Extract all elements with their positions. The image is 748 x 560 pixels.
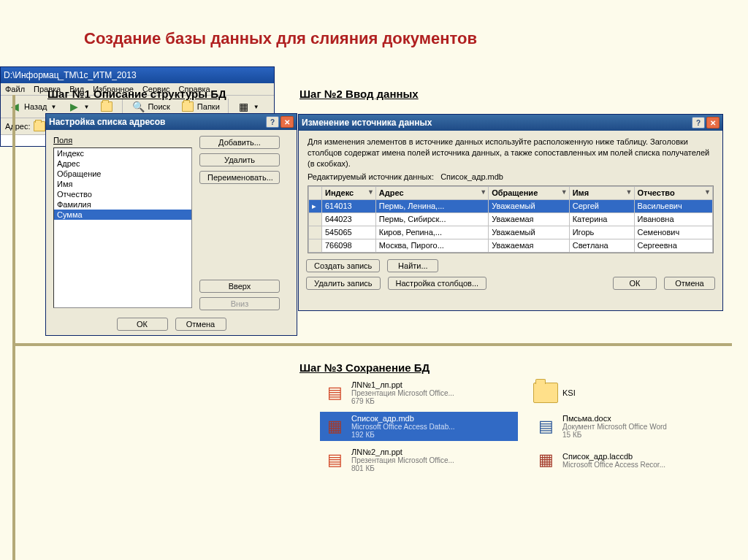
- help-icon[interactable]: ?: [692, 117, 705, 129]
- file-list: ▤ЛN№1_лп.pptПрезентация Microsoft Office…: [320, 378, 729, 475]
- list-item[interactable]: Обращение: [54, 169, 191, 179]
- title-text: Настройка списка адресов: [49, 117, 165, 127]
- help-icon[interactable]: ?: [266, 116, 279, 128]
- menu-item[interactable]: Файл: [5, 85, 25, 93]
- table-row[interactable]: ▸614013Пермь, Ленина,...УважаемыйСергейВ…: [309, 199, 713, 212]
- close-icon[interactable]: ✕: [280, 116, 294, 128]
- down-button[interactable]: Вниз: [199, 297, 280, 310]
- file-item[interactable]: ▤Пмсьма.docxДокумент Microsoft Office Wo…: [531, 412, 729, 441]
- source-label: Редактируемый источник данных:: [308, 172, 434, 181]
- new-record-button[interactable]: Создать запись: [306, 259, 380, 272]
- table-row[interactable]: 545065Киров, Репина,...УважаемыйИгорьСем…: [309, 226, 713, 239]
- views-icon: ▦: [237, 99, 251, 114]
- find-button[interactable]: Найти...: [387, 259, 438, 272]
- titlebar[interactable]: Изменение источника данных ? ✕: [299, 115, 722, 131]
- title-text: Изменение источника данных: [302, 118, 432, 128]
- page-title: Создание базы данных для слияния докумен…: [0, 0, 748, 66]
- titlebar[interactable]: Настройка списка адресов ? ✕: [46, 114, 297, 130]
- list-item[interactable]: Сумма: [54, 210, 191, 220]
- data-grid[interactable]: Индекс▼Адрес▼Обращение▼Имя▼Отчество▼▸614…: [308, 185, 714, 253]
- vertical-rule: [12, 95, 15, 560]
- list-item[interactable]: Имя: [54, 179, 191, 189]
- file-icon: ▦: [533, 448, 558, 472]
- close-icon[interactable]: ✕: [706, 117, 720, 129]
- cancel-button[interactable]: Отмена: [664, 277, 715, 290]
- source-line: Редактируемый источник данных: Список_ад…: [299, 172, 722, 184]
- rename-button[interactable]: Переименовать...: [199, 171, 280, 184]
- column-header[interactable]: Обращение▼: [489, 186, 570, 199]
- column-header[interactable]: Адрес▼: [375, 186, 488, 199]
- list-item[interactable]: Отчество: [54, 189, 191, 199]
- datasource-dialog: Изменение источника данных ? ✕ Для измен…: [298, 114, 723, 311]
- up-folder-icon: [99, 99, 114, 114]
- chevron-down-icon: ▼: [83, 104, 89, 110]
- list-item[interactable]: Фамилия: [54, 199, 191, 210]
- folders-icon: [180, 99, 195, 114]
- chevron-down-icon[interactable]: ▼: [561, 188, 568, 196]
- add-button[interactable]: Добавить...: [199, 136, 280, 149]
- chevron-down-icon[interactable]: ▼: [480, 188, 486, 196]
- file-icon: ▤: [322, 448, 347, 472]
- list-item[interactable]: Индекс: [54, 148, 191, 158]
- chevron-down-icon[interactable]: ▼: [626, 188, 633, 196]
- fields-listbox[interactable]: ИндексАдресОбращениеИмяОтчествоФамилияСу…: [53, 147, 192, 308]
- chevron-down-icon[interactable]: ▼: [704, 188, 711, 196]
- title-text: D:\Информац_ТМ\1с_ИТМ_2013: [4, 70, 137, 80]
- column-header[interactable]: Имя▼: [569, 186, 634, 199]
- ok-button[interactable]: ОК: [613, 277, 657, 290]
- horizontal-rule: [12, 343, 732, 346]
- step3-label: Шаг №3 Сохранение БД: [299, 361, 430, 374]
- delete-record-button[interactable]: Удалить запись: [306, 277, 381, 290]
- chevron-down-icon: ▼: [253, 104, 259, 110]
- fields-label: Поля: [53, 136, 192, 145]
- search-icon: 🔍: [131, 99, 145, 114]
- file-item[interactable]: ▤ЛN№2_лп.pptПрезентация Microsoft Office…: [320, 445, 518, 475]
- column-header[interactable]: Индекс▼: [322, 186, 376, 199]
- column-header[interactable]: Отчество▼: [634, 186, 712, 199]
- step1-label: Шаг №1 Описание структуры БД: [47, 88, 226, 100]
- ok-button[interactable]: ОК: [117, 318, 168, 331]
- source-value: Список_адр.mdb: [440, 172, 503, 181]
- forward-icon: ▶: [66, 99, 81, 114]
- divider: [122, 99, 123, 115]
- table-row[interactable]: 766098Москва, Пирого...УважаемаяСветлана…: [309, 239, 713, 252]
- file-icon: ▤: [322, 380, 347, 405]
- folder-icon: [34, 121, 45, 131]
- chevron-down-icon[interactable]: ▼: [367, 188, 374, 196]
- table-row[interactable]: 644023Пермь, Сибирск...УважаемаяКатерина…: [309, 212, 713, 226]
- step2-label: Шаг №2 Ввод данных: [299, 88, 419, 100]
- titlebar[interactable]: D:\Информац_ТМ\1с_ИТМ_2013: [1, 67, 274, 83]
- file-item[interactable]: KSI: [531, 378, 729, 407]
- up-button[interactable]: Вверх: [199, 280, 280, 293]
- file-icon: ▦: [322, 414, 347, 439]
- file-icon: [533, 380, 558, 405]
- address-list-dialog: Настройка списка адресов ? ✕ Поля Индекс…: [45, 113, 297, 336]
- instructions-text: Для изменения элементов в источнике данн…: [299, 131, 722, 172]
- list-item[interactable]: Адрес: [54, 158, 191, 169]
- address-label: Адрес:: [5, 122, 31, 131]
- file-item[interactable]: ▦Список_адр.laccdbMicrosoft Office Acces…: [531, 445, 729, 475]
- file-item[interactable]: ▦Список_адр.mdbMicrosoft Office Access D…: [320, 412, 518, 441]
- chevron-down-icon: ▼: [51, 104, 57, 110]
- cancel-button[interactable]: Отмена: [175, 318, 226, 331]
- file-icon: ▤: [533, 414, 558, 439]
- columns-button[interactable]: Настройка столбцов...: [388, 277, 487, 290]
- file-item[interactable]: ▤ЛN№1_лп.pptПрезентация Microsoft Office…: [320, 378, 518, 407]
- delete-button[interactable]: Удалить: [199, 153, 280, 166]
- divider: [228, 99, 229, 115]
